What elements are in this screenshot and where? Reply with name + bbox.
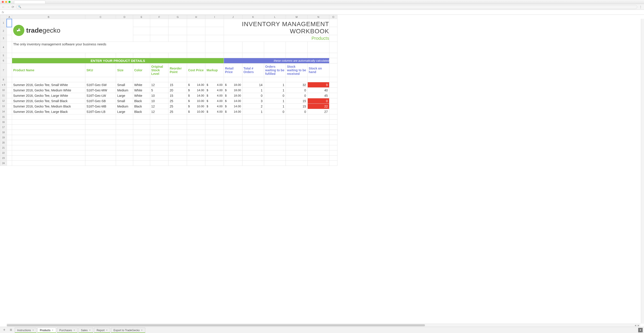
formula-bar[interactable]: fx [0,10,644,15]
search-icon: 🔍 [18,5,21,8]
browser-toolbar: ← → ⟳ 🔍 ⋮ [0,4,644,10]
back-button[interactable]: ← [2,5,5,9]
browser-menu-button[interactable]: ⋮ [639,5,642,9]
window-titlebar [0,0,644,4]
browser-tab[interactable] [14,0,45,4]
maximize-icon[interactable] [8,1,10,3]
fx-label: fx [2,10,4,14]
address-bar[interactable]: 🔍 [16,5,637,9]
reload-button[interactable]: ⟳ [12,5,14,9]
window-controls[interactable] [2,1,10,3]
minimize-icon[interactable] [5,1,7,3]
forward-button[interactable]: → [7,5,10,9]
close-icon[interactable] [2,1,4,3]
